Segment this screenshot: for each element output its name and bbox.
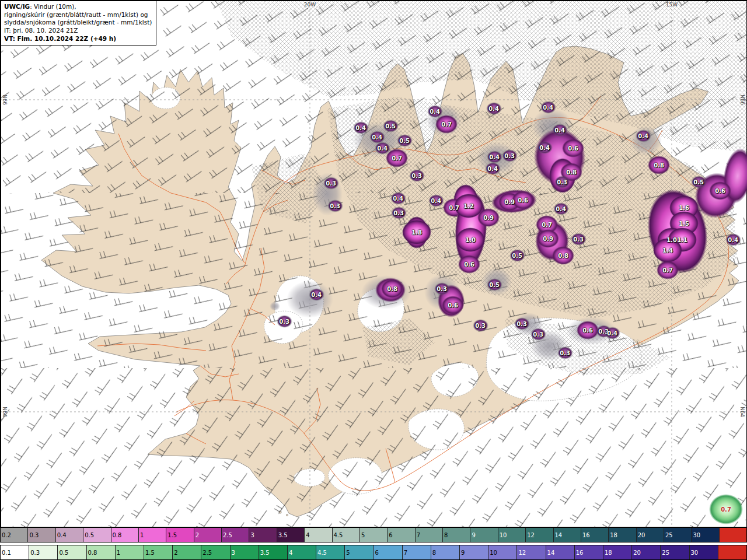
parallel-label: N64	[739, 407, 745, 417]
legend-cell: 7	[403, 545, 431, 559]
legend-cell: 4	[305, 528, 332, 542]
legend-cell: 3.5	[259, 545, 288, 559]
legend-cell: 2	[194, 528, 222, 542]
map-area: 0.40.50.40.50.40.70.30.40.70.40.30.40.40…	[0, 0, 747, 527]
legend-cell-label: 2	[174, 550, 177, 556]
legend-cell-label: 10	[500, 532, 507, 538]
legend-cell: 4	[288, 545, 316, 559]
title-line-2: rigning/skúrir (grænt/blátt/rautt - mm/1…	[4, 11, 152, 19]
model-name: UWC/IG	[4, 3, 30, 10]
legend-cell-label: 6	[375, 550, 378, 556]
legend-cell: 16	[581, 528, 609, 542]
legend-cell: 5	[360, 528, 388, 542]
legend-cell: 3	[231, 545, 259, 559]
legend-cell-label: 0.8	[88, 550, 97, 556]
legend-cell-label: 4.5	[334, 532, 343, 538]
title-line-3: slydda/snjókoma (grátt/bleikt/grænt - mm…	[4, 19, 152, 27]
legend-cell-label: 30	[691, 550, 699, 556]
legend-cell: 3	[249, 528, 277, 542]
legend-cell: 1.5	[144, 545, 173, 559]
legend-cell: 20	[632, 545, 661, 559]
legend-cell-label: 1.5	[167, 532, 177, 538]
legend-cell: 25	[664, 528, 692, 542]
weather-map-screenshot: 0.40.50.40.50.40.70.30.40.70.40.30.40.40…	[0, 0, 747, 560]
legend-cell-label: 25	[665, 532, 673, 538]
legend-cell-label: 25	[662, 550, 669, 556]
legend-colorbars: 0.20.30.40.50.811.522.533.544.5567891012…	[0, 527, 747, 560]
legend-cell: 0.3	[28, 528, 55, 542]
legend-cell-label: 9	[461, 550, 465, 556]
legend-cell: 3.5	[277, 528, 305, 542]
legend-cell: 0.5	[58, 545, 86, 559]
legend-cell-label: 30	[693, 532, 700, 538]
legend-cell: 0.8	[111, 528, 139, 542]
legend-cell-label: 9	[472, 532, 475, 538]
legend-cell: 10	[498, 528, 526, 542]
legend-cell: 5	[345, 545, 374, 559]
colorbar-sleet-snow: 0.20.30.40.50.811.522.533.544.5567891012…	[0, 527, 747, 542]
legend-cell-label: 0.5	[85, 532, 94, 538]
legend-cell: 18	[609, 528, 636, 542]
legend-cell: 25	[661, 545, 689, 559]
legend-cell-label: 20	[638, 532, 645, 538]
legend-cell-label: 14	[547, 550, 555, 556]
legend-cell-overflow	[718, 545, 746, 559]
legend-cell: 14	[546, 545, 575, 559]
legend-cell: 16	[575, 545, 603, 559]
legend-cell: 7	[416, 528, 443, 542]
legend-cell: 18	[603, 545, 632, 559]
meridian-label: 15W	[666, 2, 678, 8]
legend-cell: 6	[388, 528, 415, 542]
legend-cell: 30	[692, 528, 719, 542]
legend-cell: 8	[443, 528, 470, 542]
legend-cell-label: 1	[117, 550, 120, 556]
legend-cell-label: 7	[417, 532, 420, 538]
legend-cell-label: 0.4	[57, 532, 67, 538]
legend-cell-label: 2	[196, 532, 199, 538]
legend-cell: 0.5	[83, 528, 111, 542]
legend-cell-label: 3	[250, 532, 254, 538]
legend-cell-label: 0.3	[29, 532, 39, 538]
legend-cell-label: 5	[361, 532, 365, 538]
iceland-map-svg	[1, 1, 747, 528]
legend-cell-label: 5	[346, 550, 350, 556]
legend-cell: 0.2	[1, 528, 28, 542]
legend-cell: 10	[488, 545, 517, 559]
legend-cell-label: 4	[306, 532, 309, 538]
legend-cell-label: 20	[633, 550, 641, 556]
parallel-label: N66	[2, 94, 8, 105]
legend-cell: 2.5	[222, 528, 249, 542]
legend-cell: 9	[460, 545, 488, 559]
parallel-label: N66	[739, 94, 745, 105]
legend-cell-label: 16	[582, 532, 590, 538]
legend-cell: 0.8	[87, 545, 116, 559]
legend-cell: 12	[526, 528, 553, 542]
legend-cell: 1	[116, 545, 144, 559]
legend-cell: 0.4	[56, 528, 83, 542]
init-time: IT: þri. 08. 10. 2024 21Z	[4, 27, 152, 35]
legend-cell: 14	[554, 528, 581, 542]
legend-cell: 8	[431, 545, 460, 559]
legend-cell-label: 3	[232, 550, 235, 556]
legend-cell: 0.1	[1, 545, 29, 559]
legend-cell-label: 0.1	[2, 550, 11, 556]
legend-cell-label: 6	[389, 532, 392, 538]
legend-cell-label: 18	[605, 550, 612, 556]
legend-cell-label: 12	[527, 532, 535, 538]
title-line-1-rest: : Vindur (10m),	[30, 3, 76, 10]
legend-cell-label: 7	[404, 550, 407, 556]
legend-cell-label: 1.5	[145, 550, 155, 556]
map-title-box: UWC/IG: Vindur (10m), rigning/skúrir (gr…	[1, 1, 156, 46]
legend-cell-label: 16	[576, 550, 584, 556]
title-line-1: UWC/IG: Vindur (10m),	[4, 3, 152, 11]
legend-cell: 4.5	[316, 545, 345, 559]
legend-cell-label: 0.3	[30, 550, 40, 556]
legend-cell: 0.3	[29, 545, 58, 559]
legend-cell-label: 18	[610, 532, 617, 538]
legend-cell: 30	[690, 545, 718, 559]
meridian-label: 20W	[304, 2, 316, 8]
legend-cell-label: 1	[140, 532, 144, 538]
valid-time: VT: Fim. 10.10.2024 22Z (+49 h)	[4, 35, 152, 43]
legend-cell: 4.5	[333, 528, 360, 542]
legend-cell: 6	[374, 545, 402, 559]
